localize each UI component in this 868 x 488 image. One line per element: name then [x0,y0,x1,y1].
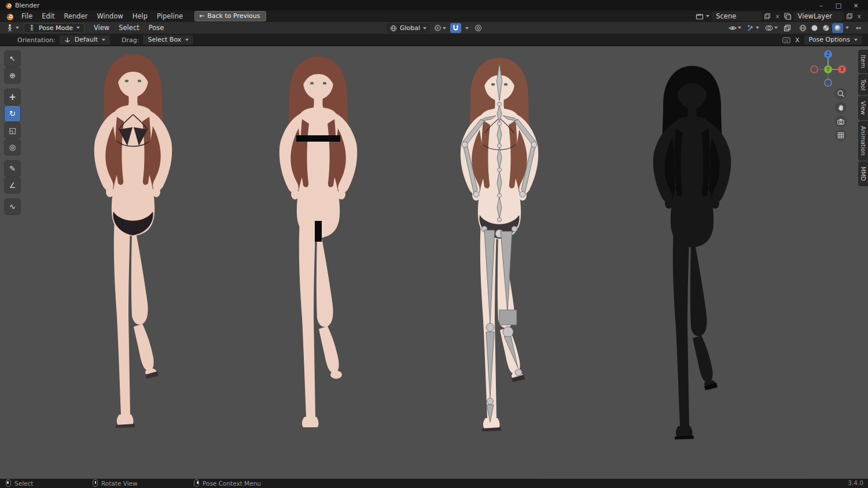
chevron-down-icon[interactable] [845,27,849,29]
pose-breakdowner-icon: ∿ [9,202,16,211]
global-orientation-icon [390,25,397,32]
navigation-gizmo[interactable]: Z X Y [809,49,847,87]
tool-pose-breakdowner[interactable]: ∿ [5,199,20,215]
right-mouse-icon [194,479,199,487]
tweak-select-icon: ↖ [9,54,16,63]
tool-measure[interactable]: ∠ [5,178,20,193]
editor-type-button[interactable] [3,24,21,32]
mode-dropdown[interactable]: Pose Mode [24,23,84,33]
shading-wireframe-button[interactable] [797,23,808,33]
pose-options-dropdown[interactable]: Pose Options [804,35,862,45]
snap-settings-dropdown[interactable] [464,23,470,33]
viewport-canvas[interactable] [0,46,868,479]
tool-tweak-select[interactable]: ↖ [5,51,20,66]
pivot-point-icon [434,24,442,32]
snap-toggle[interactable] [450,23,461,33]
viewport-menu-view[interactable]: View [89,23,114,33]
blender-app-menu-icon[interactable] [5,12,14,21]
menu-file[interactable]: File [17,11,37,21]
status-bar: Select Rotate View Pose Context Menu 3.4… [0,479,868,488]
camera-icon [837,117,845,125]
gizmo-x-label: X [840,67,844,72]
tool-annotate[interactable]: ✎ [5,161,20,176]
back-to-previous-button[interactable]: ← Back to Previous [194,11,266,21]
viewport-menu-select[interactable]: Select [114,23,144,33]
chevron-down-icon [854,39,858,41]
model-figure-wireframe[interactable] [653,66,731,439]
camera-view-button[interactable] [835,116,847,127]
tool-rotate[interactable]: ↻ [5,106,20,121]
pose-mode-icon [28,24,35,31]
drag-value: Select Box [148,36,181,43]
toggle-perspective-button[interactable] [835,130,847,141]
menu-help[interactable]: Help [128,11,152,21]
gizmo-negative-z-axis[interactable] [825,79,832,86]
viewlayer-name-field[interactable]: ViewLayer [794,12,844,21]
model-figure-swimsuit[interactable] [94,54,172,428]
back-arrow-icon: ← [199,12,204,20]
unlink-scene-icon[interactable]: × [773,13,781,20]
rotate-icon: ↻ [9,109,16,118]
chevron-down-icon [756,27,759,29]
tool-cursor[interactable]: ⊕ [5,68,20,83]
viewlayer-icon[interactable] [784,12,792,20]
tab-animation[interactable]: Animation [858,121,868,161]
shading-solid-button[interactable] [809,23,820,33]
shading-material-button[interactable] [821,23,832,33]
visibility-eye-icon [729,24,737,32]
chevron-down-icon[interactable] [706,15,709,17]
tool-transform[interactable]: ◎ [5,139,20,155]
show-gizmo-dropdown[interactable] [745,23,761,33]
back-to-previous-label: Back to Previous [207,12,260,20]
title-bar: Blender – □ × [0,0,868,10]
scene-icon[interactable] [696,12,704,20]
pivot-point-dropdown[interactable] [432,23,448,33]
proportional-editing-toggle[interactable] [473,23,484,33]
expand-region-icon[interactable]: ↔ [851,24,865,32]
toggle-xray-button[interactable] [782,23,793,33]
menu-pipeline[interactable]: Pipeline [152,11,187,21]
drag-label: Drag: [122,36,139,44]
pose-options-label: Pose Options [809,36,850,43]
chevron-down-icon [102,39,105,41]
chevron-down-icon [774,27,778,29]
show-overlays-dropdown[interactable] [763,23,779,33]
close-icon[interactable]: × [847,2,865,9]
transform-orientation-dropdown[interactable]: Global [387,23,430,33]
viewport-menu-pose[interactable]: Pose [144,23,169,33]
tool-options-bar: Orientation: Default Drag: Select Box X … [0,34,868,46]
gizmo-z-label: Z [826,52,830,57]
minimize-icon[interactable]: – [812,2,830,9]
chevron-down-icon [465,27,469,29]
menu-window[interactable]: Window [92,11,127,21]
maximize-icon[interactable]: □ [830,2,847,9]
model-figure-armature[interactable] [461,58,538,431]
gizmo-negative-x-axis[interactable] [811,66,818,73]
scene-name-field[interactable]: Scene [712,12,762,21]
hint-pose-context-menu: Pose Context Menu [203,480,261,487]
3d-viewport[interactable]: ↖ ⊕ + ↻ ◱ ◎ ✎ ∠ ∿ Z X Y [0,46,868,479]
tab-view[interactable]: View [858,96,868,120]
remove-viewlayer-icon[interactable]: × [855,13,863,20]
tool-scale[interactable]: ◱ [5,123,20,138]
gizmo-icon [747,24,755,32]
tab-item[interactable]: Item [858,50,868,73]
clear-shortcut-button[interactable]: X [795,36,800,44]
tool-move[interactable]: + [5,89,20,105]
tab-mmd[interactable]: MMD [858,161,868,186]
orientation-value: Global [400,24,420,32]
tab-tool[interactable]: Tool [858,74,868,95]
pan-button[interactable] [835,102,847,113]
new-viewlayer-icon[interactable] [846,13,853,20]
object-visibility-dropdown[interactable] [727,23,743,33]
blender-logo-icon [5,2,12,9]
model-figure-censored[interactable] [279,57,357,430]
orientation-dropdown[interactable]: Default [60,35,110,45]
drag-dropdown[interactable]: Select Box [143,35,193,45]
menu-edit[interactable]: Edit [37,11,59,21]
menu-render[interactable]: Render [60,11,93,21]
keymap-icon [782,37,790,43]
shading-rendered-button[interactable] [832,23,843,33]
zoom-button[interactable] [835,88,847,99]
new-scene-icon[interactable] [764,13,771,20]
